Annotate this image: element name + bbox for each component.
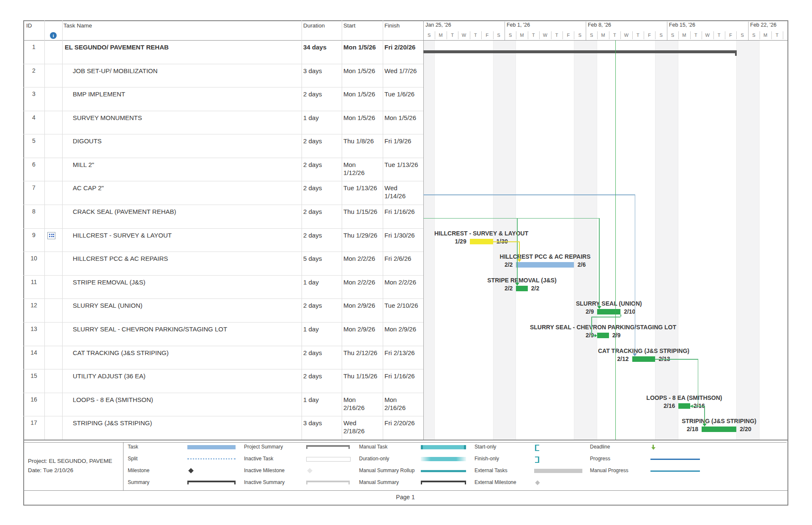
task-name-cell[interactable]: HILLCREST PCC & AC REPAIRS xyxy=(73,254,298,262)
task-name-cell[interactable]: AC CAP 2" xyxy=(73,184,298,192)
task-id[interactable]: 17 xyxy=(23,419,44,426)
task-name-cell[interactable]: JOB SET-UP/ MOBILIZATION xyxy=(73,67,298,75)
task-start-cell[interactable]: Mon 1/5/26 xyxy=(343,90,381,98)
task-duration-cell[interactable]: 34 days xyxy=(303,43,340,51)
task-finish-cell[interactable]: Wed 1/7/26 xyxy=(384,67,422,75)
task-id[interactable]: 7 xyxy=(23,184,44,191)
task-duration-cell[interactable]: 2 days xyxy=(303,301,340,309)
task-name-cell[interactable]: EL SEGUNDO/ PAVEMENT REHAB xyxy=(65,43,290,51)
task-duration-cell[interactable]: 2 days xyxy=(303,137,340,145)
task-id[interactable]: 2 xyxy=(23,67,44,74)
task-duration-cell[interactable]: 2 days xyxy=(303,372,340,380)
task-id[interactable]: 6 xyxy=(23,161,44,168)
task-start-cell[interactable]: Thu 1/29/26 xyxy=(343,231,381,239)
task-finish-cell[interactable]: Fri 2/13/26 xyxy=(384,349,422,357)
gantt-bar-task-9[interactable] xyxy=(470,239,493,244)
gantt-bar-task-12[interactable] xyxy=(597,309,620,314)
task-start-cell[interactable]: Thu 1/15/26 xyxy=(343,372,381,380)
task-id[interactable]: 15 xyxy=(23,372,44,379)
task-duration-cell[interactable]: 2 days xyxy=(303,349,340,357)
task-id[interactable]: 14 xyxy=(23,349,44,356)
task-start-cell[interactable]: Mon 1/5/26 xyxy=(343,67,381,75)
task-finish-cell[interactable]: Mon 2/9/26 xyxy=(384,325,422,333)
gantt-bar-task-11[interactable] xyxy=(516,286,527,291)
task-name-cell[interactable]: SURVEY MONUMENTS xyxy=(73,114,298,122)
task-id[interactable]: 5 xyxy=(23,137,44,144)
task-start-cell[interactable]: Thu 1/8/26 xyxy=(343,137,381,145)
task-start-cell[interactable]: Mon 1/5/26 xyxy=(343,114,381,122)
task-duration-cell[interactable]: 2 days xyxy=(303,184,340,192)
task-finish-cell[interactable]: Fri 1/16/26 xyxy=(384,372,422,380)
task-duration-cell[interactable]: 1 day xyxy=(303,325,340,333)
task-duration-cell[interactable]: 5 days xyxy=(303,254,340,262)
task-name-cell[interactable]: BMP IMPLEMENT xyxy=(73,90,298,98)
task-start-cell[interactable]: Mon 2/9/26 xyxy=(343,325,381,333)
task-name-cell[interactable]: SLURRY SEAL (UNION) xyxy=(73,301,298,309)
task-start-cell[interactable]: Wed 2/18/26 xyxy=(343,419,381,435)
task-duration-cell[interactable]: 2 days xyxy=(303,161,340,169)
task-finish-cell[interactable]: Tue 2/10/26 xyxy=(384,301,422,309)
task-id[interactable]: 8 xyxy=(23,208,44,215)
task-duration-cell[interactable]: 2 days xyxy=(303,208,340,216)
task-finish-cell[interactable]: Mon 2/2/26 xyxy=(384,278,422,286)
task-start-cell[interactable]: Mon 1/5/26 xyxy=(343,43,381,51)
task-finish-cell[interactable]: Fri 1/9/26 xyxy=(384,137,422,145)
task-id[interactable]: 12 xyxy=(23,302,44,309)
task-start-cell[interactable]: Thu 1/15/26 xyxy=(343,208,381,216)
project-summary-bar[interactable] xyxy=(423,50,736,53)
task-duration-cell[interactable]: 2 days xyxy=(303,90,340,98)
task-finish-cell[interactable]: Fri 2/6/26 xyxy=(384,254,422,262)
task-name-cell[interactable]: UTILITY ADJUST (36 EA) xyxy=(73,372,298,380)
gantt-bar-task-10[interactable] xyxy=(516,262,574,268)
task-finish-cell[interactable]: Fri 1/30/26 xyxy=(384,231,422,239)
gantt-bar-task-14[interactable] xyxy=(632,356,656,362)
task-finish-cell[interactable]: Fri 2/20/26 xyxy=(384,419,422,427)
task-finish-cell[interactable]: Tue 1/6/26 xyxy=(384,90,422,98)
task-duration-cell[interactable]: 3 days xyxy=(303,67,340,75)
gantt-bar-task-17[interactable] xyxy=(702,427,736,432)
timeline-day-letter: T xyxy=(529,33,538,38)
task-name-cell[interactable]: MILL 2" xyxy=(73,161,298,169)
task-start-cell[interactable]: Thu 2/12/26 xyxy=(343,349,381,357)
task-id[interactable]: 10 xyxy=(23,255,44,262)
timeline-day-tick xyxy=(528,31,528,39)
task-name-cell[interactable]: SLURRY SEAL - CHEVRON PARKING/STAGING LO… xyxy=(73,325,298,333)
task-name-cell[interactable]: STRIPING (J&S STRIPING) xyxy=(73,419,298,427)
task-name-cell[interactable]: STRIPE REMOVAL (J&S) xyxy=(73,278,298,286)
task-finish-cell[interactable]: Wed 1/14/26 xyxy=(384,184,422,200)
task-duration-cell[interactable]: 1 day xyxy=(303,278,340,286)
page-number: Page 1 xyxy=(23,494,787,500)
task-name-cell[interactable]: CRACK SEAL (PAVEMENT REHAB) xyxy=(73,208,298,216)
task-start-cell[interactable]: Mon 1/12/26 xyxy=(343,161,381,177)
task-name-cell[interactable]: LOOPS - 8 EA (SMITHSON) xyxy=(73,396,298,404)
task-name-cell[interactable]: CAT TRACKING (J&S STRIPING) xyxy=(73,349,298,357)
timeline-day-tick xyxy=(713,31,714,39)
task-start-cell[interactable]: Mon 2/9/26 xyxy=(343,301,381,309)
task-id[interactable]: 3 xyxy=(23,90,44,97)
task-start-cell[interactable]: Mon 2/16/26 xyxy=(343,396,381,412)
task-id[interactable]: 11 xyxy=(23,279,44,285)
task-finish-cell[interactable]: Fri 1/16/26 xyxy=(384,208,422,216)
task-id[interactable]: 13 xyxy=(23,325,44,332)
task-finish-cell[interactable]: Fri 2/20/26 xyxy=(384,43,422,51)
task-start-cell[interactable]: Tue 1/13/26 xyxy=(343,184,381,192)
task-id[interactable]: 1 xyxy=(23,44,44,50)
task-duration-cell[interactable]: 1 day xyxy=(303,396,340,404)
task-finish-cell[interactable]: Tue 1/13/26 xyxy=(384,161,422,169)
gantt-bar-task-16[interactable] xyxy=(678,403,690,409)
table-row-divider xyxy=(23,134,423,134)
task-id[interactable]: 16 xyxy=(23,396,44,403)
task-finish-cell[interactable]: Mon 2/16/26 xyxy=(384,396,422,412)
task-duration-cell[interactable]: 3 days xyxy=(303,419,340,427)
task-start-cell[interactable]: Mon 2/2/26 xyxy=(343,254,381,262)
task-id[interactable]: 9 xyxy=(23,232,44,238)
timeline-day-letter: T xyxy=(691,33,700,38)
task-duration-cell[interactable]: 2 days xyxy=(303,231,340,239)
task-name-cell[interactable]: HILLCREST - SURVEY & LAYOUT xyxy=(73,231,298,239)
task-duration-cell[interactable]: 1 day xyxy=(303,114,340,122)
task-finish-cell[interactable]: Mon 1/5/26 xyxy=(384,114,422,122)
task-name-cell[interactable]: DIGOUTS xyxy=(73,137,298,145)
gantt-bar-task-13[interactable] xyxy=(597,333,609,338)
task-id[interactable]: 4 xyxy=(23,114,44,121)
task-start-cell[interactable]: Mon 2/2/26 xyxy=(343,278,381,286)
